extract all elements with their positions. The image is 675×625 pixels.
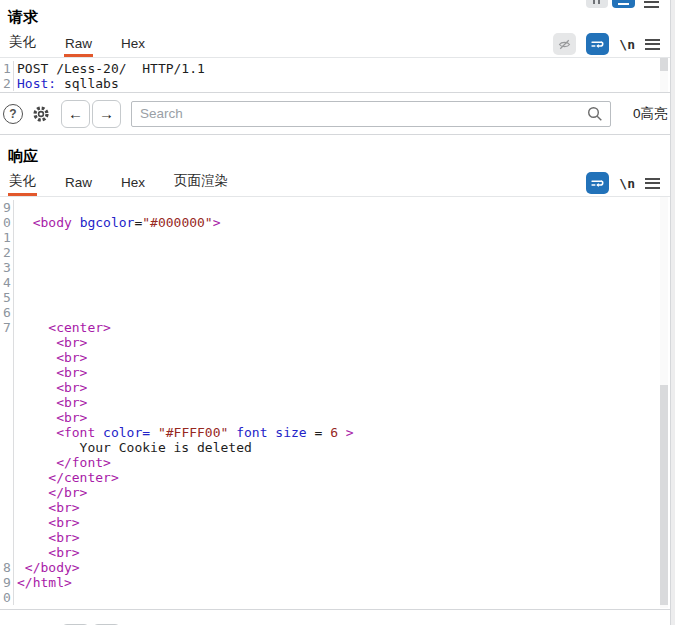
request-editor[interactable]: 1POST /Less-20/ HTTP/1.12Host: sqllabs xyxy=(0,58,660,95)
line-number xyxy=(0,530,14,545)
line-number: 9 xyxy=(0,200,14,215)
code-line: <br> xyxy=(0,335,660,350)
line-number xyxy=(0,515,14,530)
code-line: <br> xyxy=(0,515,660,530)
request-panel-title: 请求 xyxy=(8,8,38,27)
response-editor[interactable]: 90 <body bgcolor="#000000">1234567 <cent… xyxy=(0,197,660,612)
request-tab-hex[interactable]: Hex xyxy=(120,36,146,57)
line-number xyxy=(0,455,14,470)
request-editor-icons: \n xyxy=(553,33,660,55)
code-line: Your Cookie is deleted xyxy=(0,440,660,455)
line-number: 1 xyxy=(0,230,14,245)
request-tab-pretty[interactable]: 美化 xyxy=(8,33,37,57)
line-number xyxy=(0,410,14,425)
request-tab-bar: 美化 Raw Hex xyxy=(8,31,173,57)
word-wrap-icon[interactable] xyxy=(586,33,609,55)
line-number xyxy=(0,470,14,485)
response-tab-render[interactable]: 页面渲染 xyxy=(173,172,229,196)
line-number: 5 xyxy=(0,290,14,305)
code-line: 2 xyxy=(0,245,660,260)
word-wrap-icon[interactable] xyxy=(586,172,609,194)
line-number: 8 xyxy=(0,560,14,575)
bottom-search-toolbar: ? xyxy=(0,617,675,625)
line-number: 3 xyxy=(0,260,14,275)
response-editor-menu-icon[interactable] xyxy=(645,178,660,189)
search-next-button[interactable]: → xyxy=(92,100,121,128)
window-right-rail xyxy=(670,0,675,625)
code-line: </center> xyxy=(0,470,660,485)
line-number xyxy=(0,395,14,410)
code-line: 4 xyxy=(0,275,660,290)
highlight-count-label: 0高亮 xyxy=(633,105,668,123)
line-number xyxy=(0,365,14,380)
line-number xyxy=(0,485,14,500)
line-number xyxy=(0,425,14,440)
cropped-gray-button[interactable] xyxy=(586,0,608,8)
show-newlines-icon[interactable]: \n xyxy=(619,37,635,52)
line-number: 6 xyxy=(0,305,14,320)
code-line: <br> xyxy=(0,395,660,410)
code-line: <br> xyxy=(0,365,660,380)
response-editor-icons: \n xyxy=(586,172,660,194)
line-number: 0 xyxy=(0,215,14,230)
line-number: 9 xyxy=(0,575,14,590)
search-prev-button[interactable]: ← xyxy=(61,100,90,128)
code-line: </br> xyxy=(0,485,660,500)
code-line: 2Host: sqllabs xyxy=(0,76,660,91)
cropped-blue-button[interactable] xyxy=(612,0,635,8)
line-number: 1 xyxy=(0,61,14,76)
code-line: 9</html> xyxy=(0,575,660,590)
code-line: <br> xyxy=(0,545,660,560)
request-editor-menu-icon[interactable] xyxy=(645,39,660,50)
code-line: 1 xyxy=(0,230,660,245)
cropped-menu-icon[interactable] xyxy=(644,1,659,8)
code-line: 8 </body> xyxy=(0,560,660,575)
code-line: <br> xyxy=(0,410,660,425)
bottom-cropped-toolbar: ? xyxy=(0,612,675,625)
code-line: 3 xyxy=(0,260,660,275)
request-scrollbar[interactable] xyxy=(660,58,668,92)
response-scrollbar[interactable] xyxy=(660,197,668,608)
code-line: 1POST /Less-20/ HTTP/1.1 xyxy=(0,61,660,76)
line-number xyxy=(0,380,14,395)
line-number: 2 xyxy=(0,76,14,91)
search-input[interactable] xyxy=(131,101,611,127)
response-tab-hex[interactable]: Hex xyxy=(120,175,146,196)
top-cropped-toolbar xyxy=(0,0,675,9)
hide-eye-slash-icon[interactable] xyxy=(553,33,576,55)
response-tab-pretty[interactable]: 美化 xyxy=(8,172,37,196)
line-number: 0 xyxy=(0,590,14,605)
response-panel-title: 响应 xyxy=(8,147,38,166)
burp-message-editor-window: 请求 美化 Raw Hex \n 1POST /Less-20/ HTTP/1.… xyxy=(0,0,675,625)
code-line: <br> xyxy=(0,350,660,365)
show-newlines-icon[interactable]: \n xyxy=(619,176,635,191)
code-line: 7 <center> xyxy=(0,320,660,335)
response-tab-bar: 美化 Raw Hex 页面渲染 xyxy=(8,170,256,196)
code-line: <br> xyxy=(0,530,660,545)
code-line: 0 xyxy=(0,590,660,605)
search-toolbar: ? ← → 0高亮 xyxy=(0,93,675,134)
settings-gear-icon[interactable] xyxy=(30,103,52,125)
line-number: 4 xyxy=(0,275,14,290)
code-line: </font> xyxy=(0,455,660,470)
line-number xyxy=(0,335,14,350)
code-line: 0 <body bgcolor="#000000"> xyxy=(0,215,660,230)
line-number xyxy=(0,500,14,515)
code-line: 5 xyxy=(0,290,660,305)
search-magnifier-icon[interactable] xyxy=(586,105,604,127)
line-number: 2 xyxy=(0,245,14,260)
line-number: 7 xyxy=(0,320,14,335)
line-number xyxy=(0,545,14,560)
line-number xyxy=(0,350,14,365)
line-number xyxy=(0,440,14,455)
request-tab-raw[interactable]: Raw xyxy=(64,36,93,57)
code-line: <br> xyxy=(0,380,660,395)
code-line: <br> xyxy=(0,500,660,515)
help-icon[interactable]: ? xyxy=(3,104,23,124)
response-tab-raw[interactable]: Raw xyxy=(64,175,93,196)
code-line: 6 xyxy=(0,305,660,320)
code-line: <font color= "#FFFF00" font size = 6 > xyxy=(0,425,660,440)
code-line: 9 xyxy=(0,200,660,215)
